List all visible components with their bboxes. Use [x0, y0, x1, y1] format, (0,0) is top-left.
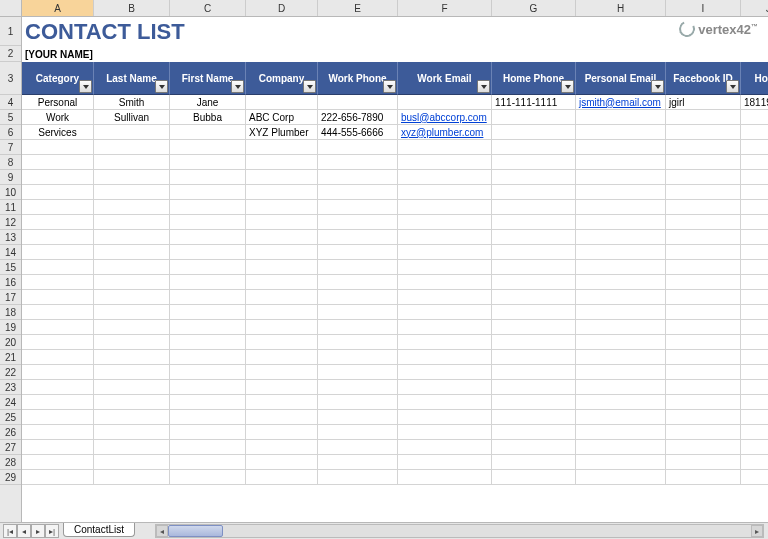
cell[interactable] — [492, 245, 576, 260]
cell[interactable] — [170, 260, 246, 275]
cell[interactable] — [246, 260, 318, 275]
cell[interactable] — [246, 470, 318, 485]
cell[interactable] — [94, 350, 170, 365]
cell[interactable] — [318, 95, 398, 110]
cell[interactable] — [318, 170, 398, 185]
cell[interactable] — [576, 425, 666, 440]
cell[interactable] — [398, 155, 492, 170]
cell[interactable] — [741, 230, 768, 245]
cell[interactable] — [492, 455, 576, 470]
row-header-26[interactable]: 26 — [0, 425, 21, 440]
scroll-left-button[interactable]: ◂ — [156, 525, 168, 537]
row-header-19[interactable]: 19 — [0, 320, 21, 335]
cell[interactable] — [666, 170, 741, 185]
cell[interactable] — [741, 365, 768, 380]
row-header-14[interactable]: 14 — [0, 245, 21, 260]
row-header-17[interactable]: 17 — [0, 290, 21, 305]
cell[interactable] — [666, 290, 741, 305]
cell[interactable] — [22, 245, 94, 260]
cell[interactable] — [576, 110, 666, 125]
cell[interactable] — [398, 290, 492, 305]
cell[interactable] — [94, 140, 170, 155]
cell[interactable] — [576, 170, 666, 185]
cell[interactable] — [94, 470, 170, 485]
cell[interactable]: jsmith@email.com — [576, 95, 666, 110]
cell[interactable] — [170, 455, 246, 470]
cell[interactable] — [94, 185, 170, 200]
cell[interactable] — [741, 215, 768, 230]
cell[interactable] — [170, 335, 246, 350]
cell[interactable] — [576, 350, 666, 365]
cell[interactable] — [170, 305, 246, 320]
header-company[interactable]: Company — [246, 62, 318, 95]
cell[interactable] — [22, 380, 94, 395]
row-header-2[interactable]: 2 — [0, 46, 21, 62]
cell[interactable] — [318, 140, 398, 155]
cell[interactable] — [246, 170, 318, 185]
cell[interactable]: Smith — [94, 95, 170, 110]
cell[interactable] — [22, 260, 94, 275]
cell[interactable] — [22, 320, 94, 335]
cell[interactable] — [94, 440, 170, 455]
cell[interactable] — [666, 110, 741, 125]
cell[interactable] — [666, 335, 741, 350]
cell[interactable] — [318, 275, 398, 290]
filter-dropdown-icon[interactable] — [726, 80, 739, 93]
cell[interactable]: Bubba — [170, 110, 246, 125]
cell[interactable] — [741, 125, 768, 140]
cell[interactable] — [666, 230, 741, 245]
cell[interactable] — [170, 395, 246, 410]
cell[interactable] — [22, 290, 94, 305]
header-last-name[interactable]: Last Name — [94, 62, 170, 95]
row-header-8[interactable]: 8 — [0, 155, 21, 170]
cell[interactable] — [741, 245, 768, 260]
nav-prev-button[interactable]: ◂ — [17, 524, 31, 538]
cell[interactable] — [22, 305, 94, 320]
cell[interactable]: XYZ Plumber — [246, 125, 318, 140]
cell[interactable] — [492, 155, 576, 170]
cell[interactable] — [492, 320, 576, 335]
cell[interactable] — [741, 185, 768, 200]
cell[interactable] — [492, 260, 576, 275]
header-category[interactable]: Category — [22, 62, 94, 95]
cell[interactable] — [492, 380, 576, 395]
cell[interactable] — [246, 230, 318, 245]
row-header-23[interactable]: 23 — [0, 380, 21, 395]
cell[interactable] — [318, 260, 398, 275]
cell[interactable] — [22, 185, 94, 200]
cell[interactable] — [94, 365, 170, 380]
row-header-24[interactable]: 24 — [0, 395, 21, 410]
cell[interactable] — [666, 455, 741, 470]
filter-dropdown-icon[interactable] — [303, 80, 316, 93]
row-header-18[interactable]: 18 — [0, 305, 21, 320]
cell[interactable] — [666, 245, 741, 260]
header-first-name[interactable]: First Name — [170, 62, 246, 95]
cell[interactable] — [318, 200, 398, 215]
col-header-E[interactable]: E — [318, 0, 398, 16]
cell[interactable] — [576, 335, 666, 350]
cell[interactable] — [170, 200, 246, 215]
cell[interactable] — [398, 440, 492, 455]
cell[interactable] — [492, 140, 576, 155]
cell[interactable] — [94, 305, 170, 320]
cell[interactable] — [666, 305, 741, 320]
cell[interactable] — [666, 185, 741, 200]
cell[interactable] — [492, 125, 576, 140]
cell[interactable] — [22, 230, 94, 245]
cell[interactable] — [398, 245, 492, 260]
cell[interactable] — [246, 245, 318, 260]
cell[interactable] — [170, 155, 246, 170]
cell[interactable] — [398, 200, 492, 215]
cell[interactable] — [94, 425, 170, 440]
cell[interactable] — [94, 320, 170, 335]
cell[interactable] — [398, 260, 492, 275]
cell[interactable] — [492, 185, 576, 200]
cell[interactable] — [576, 440, 666, 455]
cell[interactable] — [170, 170, 246, 185]
cell[interactable] — [492, 305, 576, 320]
cell[interactable] — [398, 320, 492, 335]
cell[interactable] — [741, 320, 768, 335]
cell[interactable] — [741, 155, 768, 170]
cell[interactable] — [22, 470, 94, 485]
cell[interactable] — [170, 320, 246, 335]
